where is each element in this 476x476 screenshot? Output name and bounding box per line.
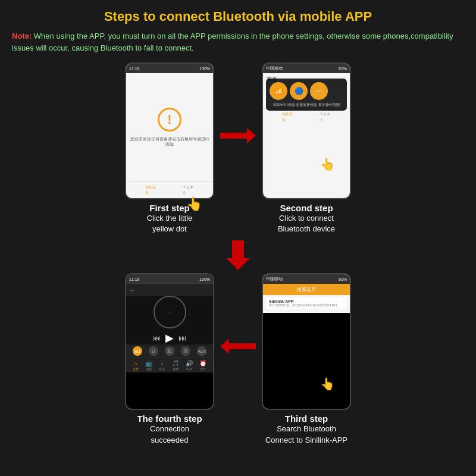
mode-row: SD U 蓝 音 AUX xyxy=(126,345,213,358)
step3-header-bar: 搜索蓝牙 xyxy=(263,284,350,295)
step3-number: Third step xyxy=(265,414,347,424)
step3-desc1: Search Bluetooth xyxy=(265,424,347,434)
step2-label: Second step Click to connect Bluetooth d… xyxy=(278,203,335,234)
step2-more-btn: ⋯ xyxy=(310,82,328,100)
step3-label: Third step Search Bluetooth Connect to S… xyxy=(265,414,347,445)
player-circle: ♪ xyxy=(154,296,186,328)
step2-nav-label: 我的设备 xyxy=(282,112,294,123)
step3-device-list: Sinilink-APP 0CC98527-0...-FC82-04A8-6C8… xyxy=(263,295,350,313)
page-title: Steps to connect Bluetooth via mobile AP… xyxy=(12,9,464,24)
step1-label: First step Click the little yellow dot xyxy=(147,203,193,234)
step2-status-battery: 91% xyxy=(339,67,347,71)
step2-overlay-labels: 添加WIFI设备 连接蓝牙设备 展示操作范围 xyxy=(270,102,343,107)
step1-hand-cursor: 👆 xyxy=(186,196,202,212)
player-controls: ⏮ ▶ ⏭ xyxy=(152,331,187,345)
step1-nav-devices-label: 我的设备 xyxy=(145,185,157,196)
step4-nav-eq: 🎵 音效 xyxy=(172,360,179,371)
step4-nav-timer: ⏰ 音时 xyxy=(199,360,206,371)
step3-phone: 中国移动 91% 搜索蓝牙 Sinilink-APP 0CC98527-0...… xyxy=(262,273,351,410)
step2-status-carrier: 中国移动 xyxy=(266,65,283,71)
warning-icon: ! xyxy=(158,108,181,131)
step1-status-bar: 11:19 100% xyxy=(126,64,213,73)
step1-nav-profile: 个人中心 xyxy=(183,186,195,195)
step1-nav-profile-label: 个人中心 xyxy=(183,185,195,196)
step2-wifi-btn: 📶 xyxy=(270,82,287,100)
step1-desc1: Click the little xyxy=(147,213,193,224)
step3-screen: 中国移动 91% 搜索蓝牙 Sinilink-APP 0CC98527-0...… xyxy=(263,274,350,313)
step2-bluetooth-btn: 🔵 xyxy=(290,82,308,100)
step3-device-mac: 0CC98527-0...-FC82-04A8-6C8426504781 xyxy=(269,303,344,307)
step2-desc2: Bluetooth device xyxy=(278,224,335,234)
step1-status-time: 11:19 xyxy=(129,67,140,71)
arrow-left-1 xyxy=(220,337,256,358)
step3-device-name: Sinilink-APP xyxy=(269,299,344,303)
svg-marker-0 xyxy=(220,128,256,143)
step4-number: The fourth step xyxy=(137,414,202,424)
step1-bottom-bar: 我的设备 个人中心 xyxy=(126,181,213,198)
step2-nav-devices: 我的设备 xyxy=(282,112,294,122)
step4-nav-music: ♪ 音乐 xyxy=(159,360,165,371)
step2-overlay-buttons: 📶 🔵 ⋯ xyxy=(270,82,343,100)
step4-nav-row: ⌂ 主页 📺 电视 ♪ 音乐 🎵 音效 xyxy=(126,358,213,372)
step1-phone: 11:19 100% ! 您还未添加任何设备请点击右角加号键进行添加 我的设备 xyxy=(125,62,214,199)
step3-status-battery: 91% xyxy=(339,277,347,281)
arrow-right-1 xyxy=(220,127,256,147)
step3-hand-cursor: 👆 xyxy=(320,377,335,391)
bottom-steps-row: 11:19 100% ← ♪ ⏮ ▶ ⏭ xyxy=(12,273,464,445)
step1-screen: 11:19 100% ! 您还未添加任何设备请点击右角加号键进行添加 我的设备 xyxy=(126,64,213,198)
svg-marker-2 xyxy=(220,339,256,354)
step2-nav-profile-label: 个人中心 xyxy=(320,112,331,123)
mode-bt: 蓝 xyxy=(165,346,174,356)
next-btn: ⏭ xyxy=(178,333,187,343)
step4-nav-aux: 🔊 AUX xyxy=(186,360,193,371)
mode-fm: 音 xyxy=(181,346,190,356)
step4-screen: 11:19 100% ← ♪ ⏮ ▶ ⏭ xyxy=(126,274,213,372)
step4-label: The fourth step Connection succeeded xyxy=(137,414,202,445)
step2-hand-cursor: 👆 xyxy=(320,157,335,171)
arrow-down-section xyxy=(12,240,464,270)
step2-status-bar: 中国移动 91% xyxy=(263,64,350,73)
step2-number: Second step xyxy=(278,203,335,213)
note-section: Note: When using the APP, you must turn … xyxy=(12,30,464,54)
note-text: When using the APP, you must turn on all… xyxy=(12,32,453,52)
top-steps-row: 11:19 100% ! 您还未添加任何设备请点击右角加号键进行添加 我的设备 xyxy=(12,62,464,234)
step2-nav-profile: 个人中心 xyxy=(320,112,331,122)
step1-status-battery: 100% xyxy=(199,67,210,71)
step4-top-bar: ← xyxy=(126,284,213,296)
step1-number: First step xyxy=(147,203,193,213)
mode-aux: AUX xyxy=(197,346,206,356)
mode-sd: SD xyxy=(133,346,142,356)
svg-marker-1 xyxy=(226,240,250,270)
step4-desc2: succeeded xyxy=(137,435,202,446)
play-btn: ▶ xyxy=(165,331,174,345)
step4-status-bar: 11:19 100% xyxy=(126,274,213,284)
step4-nav-home: ⌂ 主页 xyxy=(133,360,139,371)
step3-status-bar: 中国移动 91% xyxy=(263,274,350,284)
step4-desc1: Connection xyxy=(137,424,202,434)
note-label: Note: xyxy=(12,32,32,40)
mode-u: U xyxy=(149,346,158,356)
step4-phone: 11:19 100% ← ♪ ⏮ ▶ ⏭ xyxy=(125,273,214,410)
step1-desc2: yellow dot xyxy=(147,224,193,234)
step2-bottom-bar: 我的设备 个人中心 xyxy=(263,108,350,125)
step1-warning-text: 您还未添加任何设备请点击右角加号键进行添加 xyxy=(129,136,210,147)
main-container: Steps to connect Bluetooth via mobile AP… xyxy=(0,0,476,476)
step3-status-carrier: 中国移动 xyxy=(266,276,283,282)
step3-desc2: Connect to Sinilink-APP xyxy=(265,435,347,446)
step4-nav-tv: 📺 电视 xyxy=(145,360,152,371)
step1-nav-devices: 我的设备 xyxy=(145,186,157,195)
step2-overlay: 📶 🔵 ⋯ 添加WIFI设备 连接蓝牙设备 展示操作范围 xyxy=(266,79,347,111)
step2-screen: 中国移动 91% 首页 1 2 3 📶 xyxy=(263,64,350,198)
step2-desc1: Click to connect xyxy=(278,213,335,224)
player-area: ♪ ⏮ ▶ ⏭ xyxy=(126,296,213,345)
step2-phone: 中国移动 91% 首页 1 2 3 📶 xyxy=(262,62,351,199)
step1-content: ! 您还未添加任何设备请点击右角加号键进行添加 xyxy=(126,73,213,181)
step3-device-item: Sinilink-APP 0CC98527-0...-FC82-04A8-6C8… xyxy=(267,298,346,309)
step4-back-btn: ← xyxy=(129,287,135,293)
prev-btn: ⏮ xyxy=(152,333,161,343)
